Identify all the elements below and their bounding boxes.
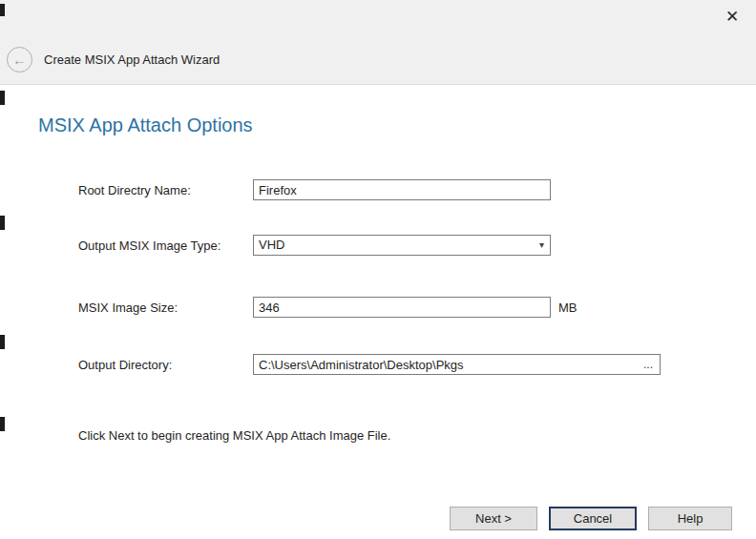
wizard-title: Create MSIX App Attach Wizard	[44, 52, 220, 67]
screen-artifact	[0, 4, 5, 16]
wizard-header	[0, 0, 756, 85]
cancel-button[interactable]: Cancel	[549, 507, 637, 530]
chevron-down-icon: ▾	[539, 236, 544, 255]
page-title: MSIX App Attach Options	[38, 114, 253, 136]
back-arrow-icon: ←	[12, 52, 27, 68]
image-size-unit: MB	[558, 301, 578, 315]
close-icon[interactable]: ✕	[720, 6, 745, 29]
image-size-label: MSIX Image Size:	[78, 301, 178, 315]
root-directory-label: Root Directry Name:	[78, 183, 191, 197]
next-button[interactable]: Next >	[450, 507, 537, 530]
image-size-input[interactable]	[253, 297, 551, 318]
back-button[interactable]: ←	[7, 47, 32, 73]
root-directory-input[interactable]	[253, 179, 551, 200]
browse-button[interactable]: ...	[638, 356, 659, 373]
image-type-dropdown[interactable]: VHD ▾	[253, 235, 551, 256]
image-type-value: VHD	[259, 238, 284, 252]
image-type-label: Output MSIX Image Type:	[78, 238, 220, 253]
screen-artifact	[0, 417, 5, 431]
output-directory-input[interactable]	[253, 354, 661, 375]
output-directory-label: Output Directory:	[78, 358, 172, 372]
help-button[interactable]: Help	[648, 507, 732, 530]
screen-artifact	[0, 91, 5, 105]
next-instruction-text: Click Next to begin creating MSIX App At…	[78, 428, 390, 443]
screen-artifact	[0, 335, 5, 349]
screen-artifact	[0, 216, 5, 230]
